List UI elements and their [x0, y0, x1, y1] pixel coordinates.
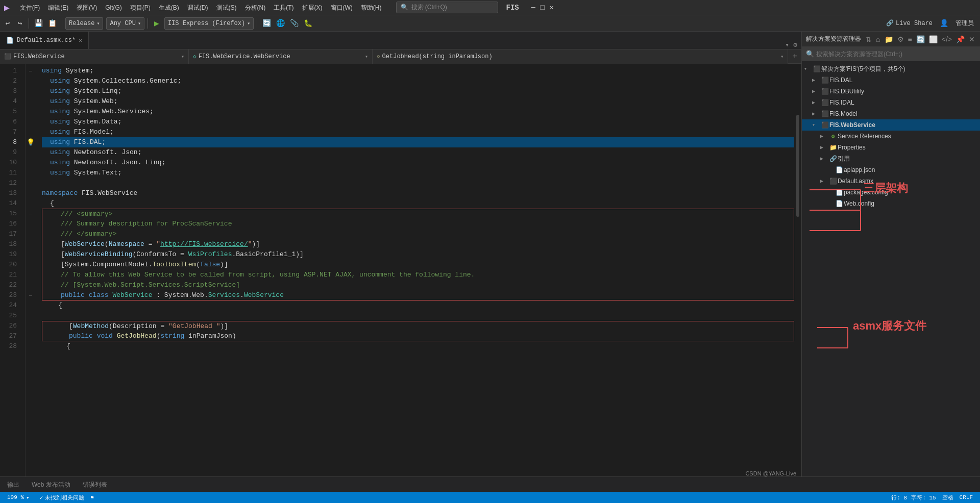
app-title: FIS	[506, 4, 519, 12]
namespace-dropdown[interactable]: ⬛ FIS.WebService ▾	[0, 49, 189, 64]
menu-git[interactable]: Git(G)	[101, 0, 126, 15]
solution-search[interactable]: 🔍	[802, 47, 980, 61]
run-target-dropdown[interactable]: IIS Express (Firefox) ▾	[164, 17, 254, 30]
line-numbers: 1 2 3 4 5 6 7 8 9 10 11 12 13 14 15 16 1	[0, 64, 26, 476]
menu-tools[interactable]: 工具(T)	[270, 0, 298, 15]
live-share-button[interactable]: 🔗 Live Share	[882, 18, 937, 28]
menu-file[interactable]: 文件(F)	[16, 0, 44, 15]
code-icon[interactable]: </>	[941, 34, 953, 44]
house-icon[interactable]: ⌂	[875, 34, 881, 44]
code-line-10: using Newtonsoft. Json. Linq;	[42, 158, 794, 168]
menu-build[interactable]: 生成(B)	[155, 0, 183, 15]
browser-button[interactable]: 🌐	[274, 18, 287, 29]
ref-icon: 🔗	[828, 155, 838, 163]
debug-button[interactable]: 🐛	[302, 18, 314, 29]
menu-extensions[interactable]: 扩展(X)	[298, 0, 327, 15]
tree-apiapp-json[interactable]: 📄 apiapp.json	[802, 164, 980, 175]
menu-edit[interactable]: 编辑(E)	[44, 0, 72, 15]
menu-help[interactable]: 帮助(H)	[357, 0, 386, 15]
web-publish-tab[interactable]: Web 发布活动	[29, 477, 74, 492]
global-search-box[interactable]: 🔍 搜索 (Ctrl+Q)	[396, 2, 498, 13]
line-num-5: 5	[0, 107, 21, 117]
sync-icon[interactable]: ⇅	[865, 34, 873, 44]
code-line-21: // To allow this Web Service to be calle…	[42, 270, 794, 280]
tree-service-refs[interactable]: ▶ ⚙ Service References	[802, 131, 980, 142]
attach-button[interactable]: 📎	[288, 18, 301, 29]
close-button[interactable]: ✕	[548, 4, 556, 12]
refresh-button[interactable]: 🔄	[260, 18, 273, 29]
tree-project-idal[interactable]: ▶ ⬛ FIS.IDAL	[802, 97, 980, 108]
menu-bar: ▶ 文件(F) 编辑(E) 视图(V) Git(G) 项目(P) 生成(B) 调…	[0, 0, 980, 15]
menu-test[interactable]: 测试(S)	[212, 0, 241, 15]
collapse-1[interactable]: —	[26, 66, 36, 76]
collapse-23[interactable]: —	[26, 290, 36, 300]
tree-solution-root[interactable]: ▾ ⬛ 解决方案'FIS'(5个项目，共5个)	[802, 63, 980, 74]
output-tab[interactable]: 输出	[4, 477, 22, 492]
line-num-19: 19	[0, 249, 21, 260]
class-dropdown[interactable]: ◇ FIS.WebService.WebService ▾	[189, 49, 373, 64]
solution-search-input[interactable]	[816, 51, 976, 58]
tree-project-dal[interactable]: ▶ ⬛ FIS.DAL	[802, 74, 980, 86]
refresh-icon[interactable]: 🔄	[915, 34, 926, 44]
code-line-14: {	[42, 198, 794, 209]
chevron-down-icon: ▾	[96, 20, 100, 27]
run-button[interactable]: ▶	[151, 17, 162, 30]
collapse-15[interactable]: —	[26, 209, 36, 219]
platform-dropdown[interactable]: Any CPU ▾	[106, 17, 144, 30]
code-line-28: {	[42, 341, 794, 351]
warning-icon: ⚑	[90, 494, 94, 501]
line-num-9: 9	[0, 147, 21, 158]
build-config-dropdown[interactable]: Release ▾	[65, 17, 103, 30]
close-panel-icon[interactable]: ✕	[968, 34, 976, 44]
maximize-button[interactable]: □	[538, 4, 547, 12]
chevron-down-icon: ▾	[138, 20, 141, 27]
no-collapse-19	[26, 249, 36, 260]
tree-project-dbutility[interactable]: ▶ ⬛ FIS.DBUtility	[802, 86, 980, 97]
undo-button[interactable]: ↩	[2, 18, 13, 29]
menu-debug[interactable]: 调试(D)	[183, 0, 212, 15]
method-dropdown[interactable]: ○ GetJobHead(string inParamJson) ▾	[373, 49, 788, 64]
folder-icon[interactable]: 📁	[884, 34, 894, 44]
apiapp-json-label: apiapp.json	[844, 166, 980, 173]
expand-icon: ▶	[812, 88, 820, 94]
watermark: CSDN @YANG-Live	[745, 470, 796, 476]
menu-window[interactable]: 窗口(W)	[327, 0, 357, 15]
filter-icon[interactable]: ≡	[907, 34, 913, 44]
settings-icon[interactable]: ⚙	[896, 34, 905, 44]
editor-scrollbar[interactable]	[794, 64, 801, 476]
tree-project-webservice[interactable]: ▾ ⬛ FIS.WebService	[802, 119, 980, 131]
tab-close-icon[interactable]: ✕	[79, 37, 82, 44]
minimize-button[interactable]: ─	[529, 4, 537, 12]
tree-project-model[interactable]: ▶ ⬛ FIS.Model	[802, 108, 980, 119]
tab-list-button[interactable]: ▾	[783, 41, 791, 49]
solution-label: 解决方案'FIS'(5个项目，共5个)	[821, 65, 980, 73]
save-button[interactable]: 💾	[32, 18, 45, 29]
service-refs-icon: ⚙	[828, 133, 838, 140]
menu-view[interactable]: 视图(V)	[72, 0, 101, 15]
tree-references[interactable]: ▶ 🔗 引用	[802, 153, 980, 164]
account-button[interactable]: 👤	[938, 18, 950, 29]
add-tab-button[interactable]: +	[788, 52, 801, 61]
pin-icon[interactable]: 📌	[955, 34, 966, 44]
tree-properties[interactable]: ▶ 📁 Properties	[802, 142, 980, 153]
redo-button[interactable]: ↪	[14, 18, 26, 29]
live-share-label: Live Share	[896, 20, 933, 27]
code-content[interactable]: using System; using System.Collections.G…	[36, 64, 794, 476]
code-line-2: using System.Collections.Generic;	[42, 76, 794, 86]
tab-settings-button[interactable]: ⚙	[791, 41, 799, 49]
expand-icon[interactable]: ⬜	[928, 34, 939, 44]
class-label: FIS.WebService.WebService	[199, 53, 290, 60]
lightbulb-8[interactable]: 💡	[26, 137, 36, 147]
sep1	[29, 18, 29, 29]
scrollbar-thumb[interactable]	[796, 115, 799, 217]
menu-project[interactable]: 项目(P)	[126, 0, 155, 15]
editor-tab-active[interactable]: 📄 Default.asmx.cs* ✕	[0, 32, 89, 49]
live-share-icon: 🔗	[886, 19, 894, 27]
main-area: 📄 Default.asmx.cs* ✕ ▾ ⚙ ⬛ FIS.WebServic…	[0, 32, 980, 476]
code-line-23: public class WebService : System.Web.Ser…	[42, 290, 794, 300]
save-all-button[interactable]: 📋	[46, 18, 59, 29]
menu-analyze[interactable]: 分析(N)	[241, 0, 270, 15]
asmx-file-icon: ⬛	[828, 178, 838, 185]
error-list-tab[interactable]: 错误列表	[80, 477, 110, 492]
annotation-asmx-service: asmx服务文件	[853, 318, 926, 334]
